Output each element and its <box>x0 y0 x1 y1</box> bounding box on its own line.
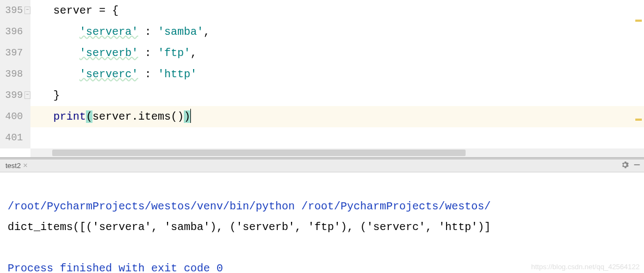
gear-icon[interactable] <box>621 161 629 170</box>
hide-icon[interactable] <box>633 161 641 170</box>
horizontal-scrollbar[interactable] <box>30 148 644 157</box>
code-line-active[interactable]: print(server.items()) <box>30 106 644 127</box>
line-number: 398 <box>2 64 23 85</box>
code-line[interactable]: 'servera' : 'samba', <box>30 21 644 42</box>
console-output[interactable]: /root/PycharmProjects/westos/venv/bin/py… <box>0 172 644 273</box>
code-line[interactable] <box>30 127 644 148</box>
line-number: 401 <box>2 127 23 148</box>
line-number: 400 <box>2 106 23 127</box>
tool-window-actions <box>621 161 641 170</box>
tool-window-tabbar: test2 ✕ <box>0 159 644 172</box>
close-icon[interactable]: ✕ <box>23 162 28 169</box>
editor-area: 395 396 397 398 399 400 401 −server = { … <box>0 0 644 148</box>
line-number: 395 <box>2 0 23 21</box>
code-line[interactable]: 'serverb' : 'ftp', <box>30 42 644 64</box>
fold-end-icon[interactable]: − <box>24 91 30 99</box>
console-output-line: dict_items([('servera', 'samba'), ('serv… <box>8 217 636 238</box>
warning-marker-icon[interactable] <box>635 119 642 121</box>
code-line[interactable]: −server = { <box>30 0 644 21</box>
console-tab[interactable]: test2 ✕ <box>3 160 30 171</box>
console-command-line: /root/PycharmProjects/westos/venv/bin/py… <box>8 196 636 217</box>
line-number: 397 <box>2 42 23 64</box>
scrollbar-thumb[interactable] <box>52 150 466 156</box>
code-line[interactable]: 'serverc' : 'http' <box>30 64 644 85</box>
tab-label: test2 <box>5 162 21 170</box>
code-area[interactable]: −server = { 'servera' : 'samba', 'server… <box>30 0 644 148</box>
code-line[interactable]: −} <box>30 85 644 106</box>
svg-rect-0 <box>634 164 640 165</box>
fold-start-icon[interactable]: − <box>24 7 30 14</box>
gutter: 395 396 397 398 399 400 401 <box>0 0 30 148</box>
caret-icon <box>190 109 191 123</box>
line-number: 399 <box>2 85 23 106</box>
watermark: https://blog.csdn.net/qq_42564122 <box>531 263 640 271</box>
warning-marker-icon[interactable] <box>635 20 642 22</box>
line-number: 396 <box>2 21 23 42</box>
